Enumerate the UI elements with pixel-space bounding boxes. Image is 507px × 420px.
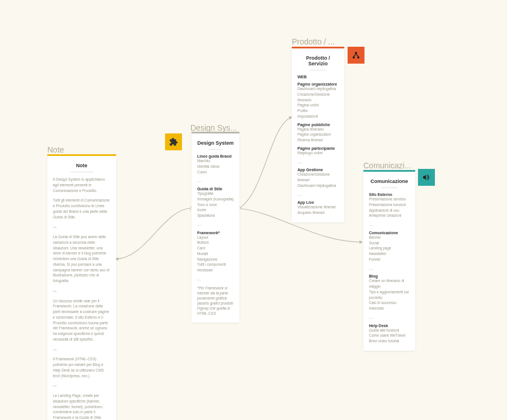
prodotto-card[interactable]: Prodotto / Servizio WEB Pagine organizza… (292, 47, 344, 222)
list-item: Card (197, 245, 234, 251)
list-item: Pagina itinerario (297, 127, 339, 132)
note-sep: — (53, 224, 110, 230)
dots: .... (369, 222, 410, 227)
list-item: Layout (197, 235, 234, 240)
design-system-card[interactable]: Design System Linee guida Brand Marchio … (192, 132, 239, 323)
svg-point-0 (355, 52, 357, 54)
list-item: Interviste (369, 306, 410, 311)
list-item: Immagini (Iconografia) (197, 196, 234, 202)
list-item: Colori (197, 169, 234, 175)
list-item: Tipografia (197, 191, 234, 196)
list-item: Identità visiva (197, 164, 234, 169)
design-footnote: *Per Framework si intende sia la parte p… (197, 285, 234, 316)
list-item: Spaziatura (197, 213, 234, 218)
web-head: WEB (297, 75, 339, 79)
list-item: Tutti i componenti necessari (197, 262, 234, 273)
nodes-icon (348, 47, 364, 64)
section-com: Comunicazione (369, 231, 410, 235)
list-item: Applicazioni di uso (369, 208, 410, 213)
megaphone-icon (418, 169, 435, 186)
section-organizer: Pagine organizzatore (297, 82, 339, 86)
section-framework: Framework* (197, 231, 234, 235)
section-brand: Linee guida Brand (197, 154, 234, 158)
section-blog: Blog (369, 274, 410, 278)
note-paragraph: Tutti gli elementi di Comunicazione e Pr… (53, 198, 110, 220)
list-item: Social (369, 240, 410, 246)
puzzle-icon (165, 133, 182, 150)
list-item: Navigazione (197, 257, 234, 262)
note-card[interactable]: Note Il Design System lo applichiamo agl… (47, 154, 116, 420)
list-item: Tono e voce (197, 202, 234, 208)
dots: .... (297, 192, 339, 198)
section-sito: Sito Esterno (369, 193, 410, 196)
list-item: Riepilogo ordini (297, 150, 339, 156)
divider (208, 149, 223, 150)
section-app-gestione: App Gestione (297, 168, 339, 172)
list-item: Creazione/Gestione itinerari (297, 172, 339, 183)
dots: .... (197, 222, 234, 227)
list-item: Modali (197, 251, 234, 257)
svg-point-2 (357, 56, 359, 59)
section-style: Guida di Stile (197, 187, 234, 191)
section-app-live: App Live (297, 200, 339, 204)
node-label-comunicazione: Comunicazi... (363, 161, 411, 170)
note-title: Note (53, 162, 110, 172)
list-item: Banner (369, 235, 410, 240)
note-paragraph: La Guida di Stile può avere delle variaz… (53, 234, 110, 284)
section-helpdesk: Help Desk (369, 324, 410, 328)
list-item: Icone (197, 207, 234, 213)
list-item: Presentazione funzioni (369, 202, 410, 208)
list-item: Dashboard riepilogativa (297, 86, 339, 92)
list-item: Come usare WeTravel (369, 333, 410, 338)
note-paragraph: Le Landing Page, create per situazioni s… (53, 393, 110, 420)
note-paragraph: Un discorso simile vale per il Framework… (53, 298, 110, 342)
list-item: Creazione/Gestione itinerario (297, 92, 339, 103)
list-item: Impostazioni (297, 114, 339, 119)
dots: .... (369, 266, 410, 271)
section-public: Pagine pubbliche (297, 123, 339, 127)
dots: .... (297, 159, 339, 165)
note-sep: — (53, 288, 110, 294)
list-item: Creare un itinerario di viaggio (369, 278, 410, 289)
comunicazione-card[interactable]: Comunicazione Sito Esterno Presentazione… (363, 170, 415, 351)
comunicazione-title: Comunicazione (369, 177, 410, 187)
list-item: Landing page (369, 245, 410, 251)
list-item: Pagine organizzatori (297, 132, 339, 137)
divider (70, 172, 94, 172)
node-label-prodotto: Prodotto / ... (292, 37, 335, 46)
list-item: Brevi video tutorial (369, 338, 410, 344)
divider (381, 187, 398, 188)
list-item: Newsletter (369, 251, 410, 257)
list-item: Anteprime creazioni (369, 213, 410, 218)
svg-point-1 (353, 56, 355, 59)
note-sep: — (53, 347, 110, 352)
design-title: Design System (197, 139, 234, 149)
list-item: Ricerca itinerari (297, 137, 339, 143)
list-item: Casi di successo (369, 300, 410, 306)
note-paragraph: Il Design System lo applichiamo agli ele… (53, 177, 110, 193)
list-item: Pagina ordini (297, 102, 339, 108)
list-item: Funnel (369, 257, 410, 262)
prodotto-title: Prodotto / Servizio (297, 54, 339, 70)
list-item: Dashboard riepilogativa (297, 183, 339, 189)
list-item: Profilo (297, 108, 339, 114)
dots: .... (197, 178, 234, 184)
list-item: Visualizzazione itinerari (297, 204, 339, 210)
list-item: Bottoni (197, 240, 234, 245)
divider (310, 70, 326, 70)
node-label-note: Note (47, 145, 64, 154)
node-label-design: Design Sys... (190, 123, 237, 132)
note-paragraph: Il Framework (HTML-CSS) potrebbe poi var… (53, 356, 110, 378)
list-item: Marchio (197, 158, 234, 164)
list-item: Presentazione servizio (369, 196, 410, 202)
section-participant: Pagine partecipante (297, 146, 339, 150)
list-item: Tips e aggiornamenti sul prodotto (369, 289, 410, 301)
note-sep: — (53, 383, 110, 388)
dots: .... (369, 315, 410, 320)
dots: .... (197, 276, 234, 282)
list-item: Acquisto itinerari (297, 210, 339, 216)
list-item: Guida alle funzioni (369, 328, 410, 333)
